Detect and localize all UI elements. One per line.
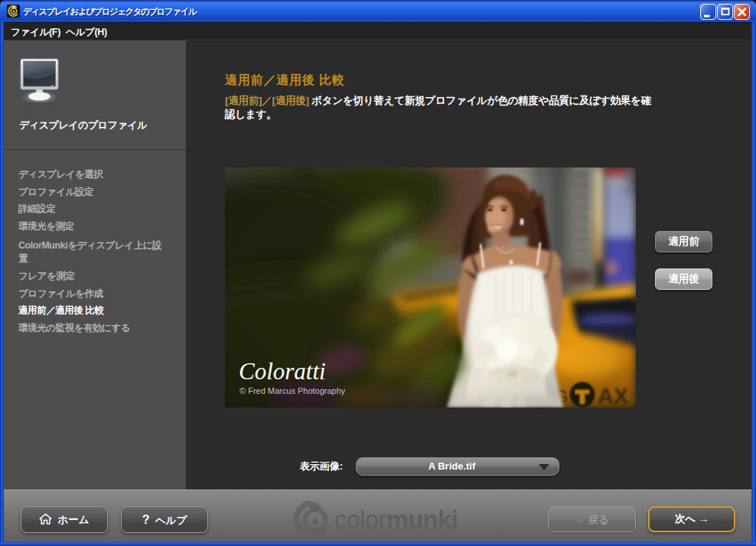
- svg-text:© Fred Marcus Photography: © Fred Marcus Photography: [240, 386, 346, 395]
- svg-text:Coloratti: Coloratti: [239, 358, 326, 385]
- svg-text:colormunki: colormunki: [334, 506, 458, 534]
